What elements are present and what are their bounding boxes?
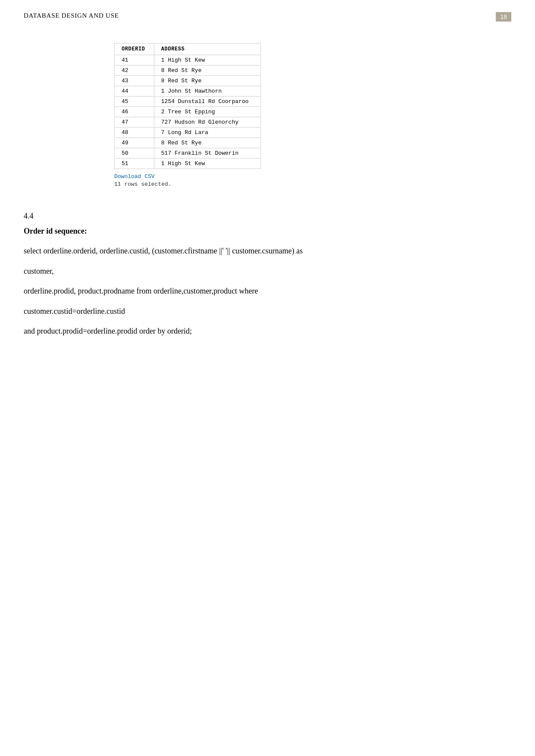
cell-orderid: 50 xyxy=(115,148,154,159)
table-row: 441 John St Hawthorn xyxy=(115,86,261,97)
rows-selected-label: 11 rows selected. xyxy=(114,181,261,187)
cell-orderid: 45 xyxy=(115,97,154,107)
sql-line-5: and product.prodid=orderline.prodid orde… xyxy=(24,327,192,335)
cell-address: 1 High St Kew xyxy=(154,159,260,169)
table-row: 451254 Dunstall Rd Coorparoo xyxy=(115,97,261,107)
section-number: 4.4 xyxy=(24,212,511,221)
cell-address: 8 Red St Rye xyxy=(154,76,260,86)
page-content: ORDERID ADDRESS 411 High St Kew428 Red S… xyxy=(0,22,535,362)
sql-block-2: customer, xyxy=(24,265,511,278)
table-row: 498 Red St Rye xyxy=(115,138,261,148)
sql-block-5: and product.prodid=orderline.prodid orde… xyxy=(24,325,511,338)
table-row: 487 Long Rd Lara xyxy=(115,128,261,138)
table-row: 428 Red St Rye xyxy=(115,66,261,76)
sql-line-4: customer.custid=orderline.custid xyxy=(24,307,125,316)
sql-line-2: customer, xyxy=(24,267,54,275)
cell-orderid: 47 xyxy=(115,117,154,128)
cell-address: 1 High St Kew xyxy=(154,55,260,66)
sql-block-3: orderline.prodid, product.prodname from … xyxy=(24,284,511,298)
cell-address: 7 Long Rd Lara xyxy=(154,128,260,138)
page-title: DATABASE DESIGN AND USE xyxy=(24,12,119,19)
table-row: 50517 Franklin St Dowerin xyxy=(115,148,261,159)
table-row: 47727 Hudson Rd Glenorchy xyxy=(115,117,261,128)
table-row: 411 High St Kew xyxy=(115,55,261,66)
sql-line-3: orderline.prodid, product.prodname from … xyxy=(24,287,258,295)
table-row: 462 Tree St Epping xyxy=(115,107,261,117)
cell-orderid: 48 xyxy=(115,128,154,138)
download-csv-link[interactable]: Download CSV xyxy=(114,173,155,180)
cell-orderid: 44 xyxy=(115,86,154,97)
cell-address: 1254 Dunstall Rd Coorparoo xyxy=(154,97,260,107)
table-container: ORDERID ADDRESS 411 High St Kew428 Red S… xyxy=(114,43,261,187)
cell-orderid: 41 xyxy=(115,55,154,66)
cell-orderid: 51 xyxy=(115,159,154,169)
cell-address: 8 Red St Rye xyxy=(154,138,260,148)
cell-orderid: 46 xyxy=(115,107,154,117)
cell-address: 727 Hudson Rd Glenorchy xyxy=(154,117,260,128)
cell-orderid: 42 xyxy=(115,66,154,76)
section-heading: Order id sequence: xyxy=(24,227,511,236)
table-row: 438 Red St Rye xyxy=(115,76,261,86)
cell-address: 517 Franklin St Dowerin xyxy=(154,148,260,159)
col-header-orderid: ORDERID xyxy=(115,44,154,55)
sql-line-1: select orderline.orderid, orderline.cust… xyxy=(24,247,303,255)
cell-orderid: 49 xyxy=(115,138,154,148)
page-header: DATABASE DESIGN AND USE 18 xyxy=(0,0,535,22)
cell-address: 2 Tree St Epping xyxy=(154,107,260,117)
sql-block-1: select orderline.orderid, orderline.cust… xyxy=(24,244,511,258)
table-row: 511 High St Kew xyxy=(115,159,261,169)
cell-address: 1 John St Hawthorn xyxy=(154,86,260,97)
cell-address: 8 Red St Rye xyxy=(154,66,260,76)
page-number: 18 xyxy=(496,12,511,22)
cell-orderid: 43 xyxy=(115,76,154,86)
sql-block-4: customer.custid=orderline.custid xyxy=(24,305,511,318)
col-header-address: ADDRESS xyxy=(154,44,260,55)
data-table: ORDERID ADDRESS 411 High St Kew428 Red S… xyxy=(114,43,261,169)
